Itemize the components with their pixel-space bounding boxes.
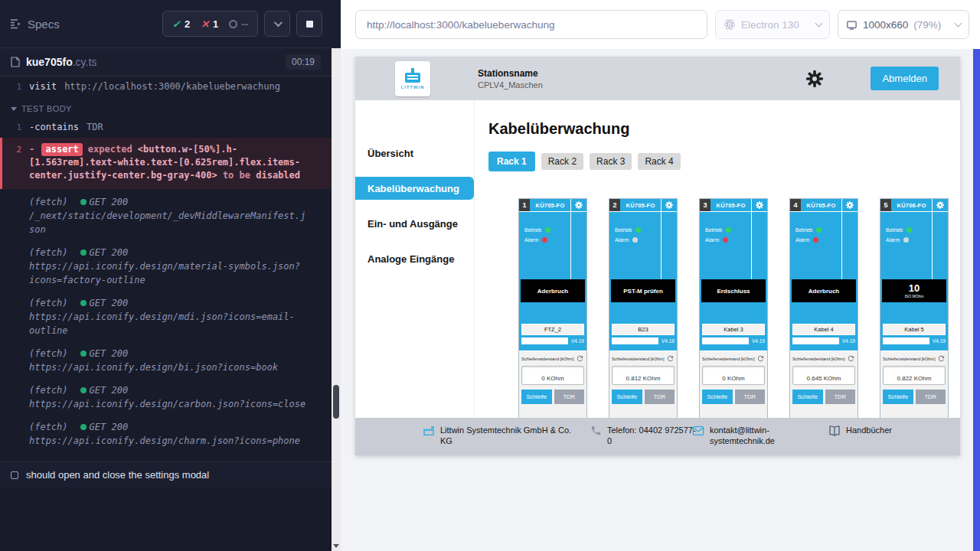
gear-icon	[936, 201, 944, 209]
logout-button[interactable]: Abmelden	[871, 67, 939, 90]
logo-text: LITTWIN	[401, 85, 425, 90]
cable-name: Kabel 5	[883, 324, 946, 335]
fetch-log-entry[interactable]: (fetch)GET 200 /_next/static/development…	[0, 191, 332, 241]
fetch-log-entry[interactable]: (fetch)GET 200 https://api.iconify.desig…	[0, 379, 332, 416]
status-ok-dot	[80, 199, 87, 205]
device-settings-button[interactable]	[661, 199, 677, 211]
betrieb-label: Betrieb	[705, 227, 722, 233]
sidebar-item-kabelueberwachung[interactable]: Kabelüberwachung	[355, 177, 474, 200]
factory-icon	[423, 425, 435, 437]
next-test-title[interactable]: should open and close the settings modal	[0, 461, 332, 487]
spec-timer: 00:19	[286, 54, 321, 70]
scrollbar-down-arrow[interactable]	[333, 544, 339, 548]
schleife-button[interactable]: Schleife	[612, 390, 642, 404]
fetch-status: GET 200	[80, 347, 129, 360]
fetch-tag: (fetch)	[29, 420, 68, 434]
firmware-version: V4.19	[933, 338, 946, 344]
command-visit[interactable]: 1 visithttp://localhost:3000/kabelueberw…	[0, 78, 332, 96]
tdr-button[interactable]: TDR	[916, 390, 946, 404]
betrieb-led	[635, 227, 641, 233]
chevron-down-icon	[955, 20, 962, 28]
stat-failed: 1	[201, 18, 218, 30]
collapse-button[interactable]	[264, 11, 290, 37]
indicator-box	[702, 337, 749, 344]
device-settings-button[interactable]	[841, 199, 858, 211]
app-sidebar: Übersicht Kabelüberwachung Ein- und Ausg…	[355, 100, 475, 418]
footer-email: kontakt@littwin-systemtechnik.de	[692, 425, 788, 446]
device-number: 1	[519, 199, 530, 211]
device-settings-button[interactable]	[570, 199, 586, 211]
command-contains[interactable]: 1 containsTDR	[0, 119, 332, 136]
refresh-icon[interactable]	[666, 354, 675, 363]
specs-toggle[interactable]: Specs	[9, 18, 60, 31]
stat-pending: --	[229, 18, 248, 30]
schleife-button[interactable]: Schleife	[792, 390, 823, 404]
schleife-button[interactable]: Schleife	[702, 390, 733, 404]
status-ok-dot	[80, 424, 87, 430]
fetch-status: GET 200	[80, 195, 129, 209]
refresh-icon[interactable]	[576, 354, 584, 363]
command-assert-failed[interactable]: 2 assertexpected <button.w-[50%].h-[1.56…	[0, 138, 332, 189]
command-message: TDR	[87, 122, 103, 132]
device-model: KÜ705-FO	[710, 199, 751, 211]
viewport-icon	[846, 19, 858, 31]
settings-gear-button[interactable]	[806, 70, 823, 87]
tdr-button[interactable]: TDR	[554, 390, 585, 404]
sidebar-item-analoge-eingaenge[interactable]: Analoge Eingänge	[355, 247, 474, 270]
stop-tests-button[interactable]	[296, 11, 322, 37]
littwin-logo: LITTWIN	[395, 61, 430, 96]
fetch-url: https://api.iconify.design/material-symb…	[29, 259, 309, 287]
device-model: KÜ705-FO	[620, 199, 661, 211]
status-ok-dot	[80, 387, 87, 393]
specs-label: Specs	[28, 18, 60, 31]
command-name: contains	[29, 122, 79, 132]
test-stats[interactable]: 2 1 --	[162, 11, 258, 37]
viewport-zoom: (79%)	[913, 19, 941, 31]
test-body-section[interactable]: TEST BODY	[0, 96, 332, 119]
tab-rack-4[interactable]: Rack 4	[638, 153, 680, 170]
reporter-scrollbar[interactable]	[332, 0, 341, 551]
firmware-version: V4.19	[842, 338, 855, 344]
device-card: 1 KÜ705-FO Betrieb Alarm Aderbruch FTZ_2…	[519, 199, 586, 418]
firmware-version: V4.19	[571, 338, 584, 344]
viewport-selector[interactable]: 1000x660 (79%)	[838, 10, 969, 39]
spec-filename[interactable]: kue705fo.cy.ts	[26, 56, 96, 68]
betrieb-label: Betrieb	[795, 227, 812, 233]
footer-company: Littwin Systemtechnik GmbH & Co. KG	[423, 425, 580, 446]
refresh-icon[interactable]	[937, 354, 946, 363]
refresh-icon[interactable]	[847, 354, 855, 363]
fetch-log-entry[interactable]: (fetch)GET 200 https://api.iconify.desig…	[0, 292, 332, 342]
browser-selector[interactable]: Electron 130	[715, 10, 830, 39]
alarm-led	[542, 237, 547, 243]
electron-icon	[724, 18, 736, 31]
resistance-value: 0.822 KOhm	[883, 366, 946, 385]
footer-manuals[interactable]: Handbücher	[828, 425, 892, 437]
device-card: 4 KÜ705-FO Betrieb Alarm Aderbruch Kabel…	[790, 199, 858, 418]
fetch-log-entry[interactable]: (fetch)GET 200 https://api.iconify.desig…	[0, 416, 332, 452]
command-name: visit	[29, 81, 57, 92]
cable-name: Kabel 4	[792, 324, 855, 335]
url-input[interactable]: http://localhost:3000/kabelueberwachung	[355, 10, 707, 39]
schleife-button[interactable]: Schleife	[883, 390, 913, 404]
fetch-url: https://api.iconify.design/carbon.json?i…	[29, 397, 309, 411]
scrollbar-thumb[interactable]	[333, 385, 339, 419]
device-number: 5	[880, 199, 891, 211]
tab-rack-3[interactable]: Rack 3	[590, 153, 632, 170]
schleife-button[interactable]: Schleife	[521, 390, 552, 404]
tdr-button[interactable]: TDR	[735, 390, 766, 404]
device-settings-button[interactable]	[932, 199, 948, 211]
refresh-icon[interactable]	[756, 354, 765, 363]
sidebar-item-ein-und-ausgaenge[interactable]: Ein- und Ausgänge	[355, 212, 474, 235]
tab-rack-1[interactable]: Rack 1	[488, 152, 535, 171]
assert-badge: assert	[41, 143, 82, 156]
fetch-log-entry[interactable]: (fetch)GET 200 https://api.iconify.desig…	[0, 342, 332, 379]
sidebar-item-uebersicht[interactable]: Übersicht	[355, 142, 474, 165]
tab-rack-2[interactable]: Rack 2	[541, 153, 583, 170]
gear-icon	[575, 201, 583, 209]
tdr-button[interactable]: TDR	[645, 390, 675, 404]
fetch-log-entry[interactable]: (fetch)GET 200 https://api.iconify.desig…	[0, 241, 332, 292]
tdr-button[interactable]: TDR	[825, 390, 856, 404]
resistance-label: Schleifenwiderstand [kOhm]	[883, 357, 935, 361]
status-ok-dot	[80, 300, 87, 306]
device-settings-button[interactable]	[751, 199, 767, 211]
